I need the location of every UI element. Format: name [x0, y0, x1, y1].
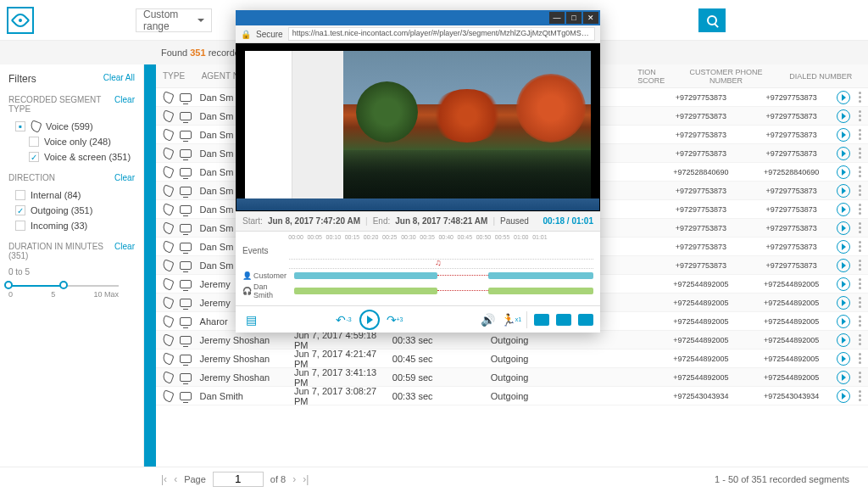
- chevron-down-icon: [198, 19, 204, 22]
- pager-prev[interactable]: ‹: [174, 473, 177, 485]
- close-button[interactable]: ✕: [583, 12, 598, 24]
- row-menu-button[interactable]: [859, 297, 861, 308]
- duration-slider[interactable]: [8, 285, 119, 287]
- filter-collapse-tab[interactable]: [144, 64, 156, 467]
- rewind-button[interactable]: ↶-3: [336, 311, 353, 328]
- play-row-button[interactable]: [837, 352, 850, 366]
- dialed-cell: +97297753873: [746, 205, 837, 214]
- screen-recording-viewport[interactable]: [236, 43, 600, 210]
- row-menu-button[interactable]: [859, 353, 861, 364]
- filter-voice-screen[interactable]: Voice & screen (351): [8, 149, 135, 165]
- screen-icon: [180, 355, 192, 363]
- play-row-button[interactable]: [837, 277, 850, 291]
- play-row-button[interactable]: [837, 296, 850, 310]
- duration-cell: 00:33 sec: [392, 335, 491, 345]
- row-menu-button[interactable]: [859, 148, 861, 159]
- col-type[interactable]: TYPE: [156, 71, 202, 81]
- row-menu-button[interactable]: [859, 129, 861, 140]
- row-menu-button[interactable]: [859, 260, 861, 271]
- slider-max-thumb[interactable]: [59, 281, 68, 289]
- url-field[interactable]: https://na1.test.nice-incontact.com/play…: [288, 27, 595, 41]
- view-mode-1[interactable]: [534, 314, 549, 326]
- row-menu-button[interactable]: [859, 110, 861, 121]
- phone-icon: [161, 389, 174, 402]
- minimize-button[interactable]: —: [549, 12, 565, 24]
- play-row-button[interactable]: [837, 389, 850, 403]
- checkbox-icon: [15, 190, 25, 200]
- maximize-button[interactable]: □: [566, 12, 581, 24]
- play-row-button[interactable]: [837, 91, 850, 104]
- filter-voice[interactable]: Voice (599): [8, 119, 135, 134]
- date-range-dropdown[interactable]: Custom range: [136, 8, 212, 32]
- screen-icon: [180, 149, 192, 158]
- play-row-button[interactable]: [837, 371, 850, 384]
- row-menu-button[interactable]: [859, 92, 861, 103]
- row-menu-button[interactable]: [859, 185, 861, 196]
- pager-next[interactable]: ›: [292, 473, 296, 485]
- play-row-button[interactable]: [837, 165, 850, 179]
- row-menu-button[interactable]: [859, 222, 861, 233]
- row-menu-button[interactable]: [859, 278, 861, 289]
- page-input[interactable]: [213, 472, 264, 487]
- screen-icon: [180, 373, 192, 382]
- col-dialed[interactable]: DIALED NUMBER: [773, 72, 868, 81]
- row-menu-button[interactable]: [859, 166, 861, 177]
- table-row[interactable]: Dan SmithJun 7, 2017 3:08:27 PM00:33 sec…: [156, 387, 868, 405]
- play-row-button[interactable]: [837, 333, 850, 347]
- dialed-cell: +97297753873: [746, 93, 837, 102]
- speed-button[interactable]: 🏃x1: [503, 311, 520, 328]
- filter-outgoing[interactable]: Outgoing (351): [8, 203, 135, 218]
- pager-first[interactable]: |‹: [161, 473, 167, 485]
- col-score[interactable]: TION SCORE: [637, 68, 679, 85]
- play-row-button[interactable]: [837, 128, 850, 142]
- row-menu-button[interactable]: [859, 316, 861, 327]
- popup-titlebar[interactable]: — □ ✕: [236, 10, 600, 25]
- customer-phone-cell: +972544892005: [656, 299, 747, 307]
- play-row-button[interactable]: [837, 184, 850, 198]
- dialed-cell: +972544892005: [746, 299, 837, 307]
- play-row-button[interactable]: [837, 240, 850, 254]
- play-row-button[interactable]: [837, 221, 850, 235]
- dialed-cell: +972528840690: [746, 168, 837, 176]
- agent-cell: Dan Smith: [200, 391, 294, 401]
- view-mode-2[interactable]: [556, 314, 571, 326]
- customer-phone-cell: +972544892005: [656, 317, 747, 326]
- segment-type-clear[interactable]: Clear: [114, 95, 135, 114]
- table-row[interactable]: Jeremy ShoshanJun 7, 2017 3:41:13 PM00:5…: [156, 368, 868, 387]
- filter-internal[interactable]: Internal (84): [8, 187, 135, 203]
- search-button[interactable]: [698, 8, 726, 32]
- play-row-button[interactable]: [837, 203, 850, 216]
- transcript-button[interactable]: ▤: [242, 311, 259, 328]
- view-mode-3[interactable]: [578, 314, 593, 326]
- row-menu-button[interactable]: [859, 390, 861, 401]
- dialed-cell: +97297753873: [746, 112, 837, 120]
- events-track[interactable]: ♫: [289, 259, 593, 269]
- direction-clear[interactable]: Clear: [114, 173, 135, 182]
- table-row[interactable]: Jeremy ShoshanJun 7, 2017 4:59:18 PM00:3…: [156, 331, 868, 349]
- dialed-cell: +97297753873: [746, 224, 837, 232]
- play-row-button[interactable]: [837, 315, 850, 328]
- play-button[interactable]: [359, 310, 380, 330]
- play-row-button[interactable]: [837, 259, 850, 272]
- clear-all-link[interactable]: Clear All: [103, 73, 135, 85]
- play-row-button[interactable]: [837, 147, 850, 160]
- forward-button[interactable]: ↷+3: [387, 311, 403, 328]
- row-menu-button[interactable]: [859, 372, 861, 383]
- row-menu-button[interactable]: [859, 241, 861, 252]
- duration-clear[interactable]: Clear: [114, 242, 135, 260]
- volume-button[interactable]: 🔊: [479, 311, 496, 328]
- pager-last[interactable]: ›|: [303, 473, 309, 485]
- time-ruler[interactable]: 00:0000:0500:1000:1500:2000:2500:3000:35…: [236, 232, 600, 243]
- agent-cell: Jeremy Shoshan: [200, 335, 294, 345]
- table-row[interactable]: Jeremy ShoshanJun 7, 2017 4:21:47 PM00:4…: [156, 349, 868, 368]
- customer-phone-cell: +97297753873: [656, 112, 747, 120]
- row-menu-button[interactable]: [859, 204, 861, 215]
- screen-icon: [180, 392, 192, 400]
- slider-min-thumb[interactable]: [4, 281, 13, 289]
- col-customer-phone[interactable]: CUSTOMER PHONE NUMBER: [679, 68, 774, 85]
- row-menu-button[interactable]: [859, 334, 861, 345]
- play-row-button[interactable]: [837, 109, 850, 123]
- agent-cell: Jeremy Shoshan: [200, 354, 294, 364]
- filter-voice-only[interactable]: Voice only (248): [8, 134, 135, 149]
- filter-incoming[interactable]: Incoming (33): [8, 218, 135, 233]
